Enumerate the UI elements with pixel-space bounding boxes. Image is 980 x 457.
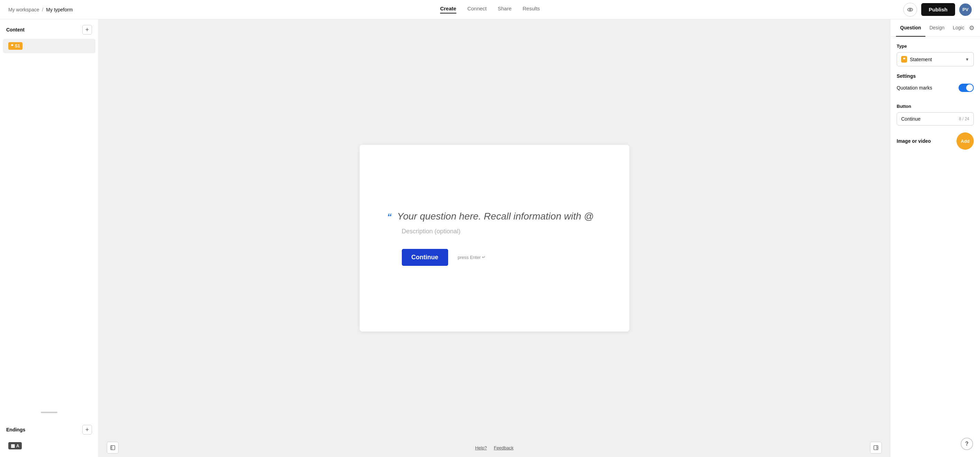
settings-section-title: Settings xyxy=(897,73,974,79)
canvas-area: “ Your question here. Recall information… xyxy=(99,19,890,457)
feedback-link[interactable]: Feedback xyxy=(494,445,514,451)
sidebar-content-list: ❝ S1 xyxy=(0,38,98,410)
press-enter-label: press Enter xyxy=(458,255,480,260)
endings-section-title: Endings xyxy=(6,427,25,432)
expand-panel-button[interactable] xyxy=(870,442,882,454)
tab-design[interactable]: Design xyxy=(925,19,949,36)
breadcrumb-separator: / xyxy=(42,7,43,13)
avatar[interactable]: PV xyxy=(959,3,972,16)
tab-question[interactable]: Question xyxy=(896,19,925,36)
sidebar: Content + ❝ S1 Endings + ▩ A xyxy=(0,19,99,457)
svg-rect-4 xyxy=(874,446,878,450)
list-item[interactable]: ▩ A xyxy=(3,439,95,453)
breadcrumb: My workspace / My typeform xyxy=(8,7,73,13)
settings-section: Settings Quotation marks xyxy=(897,73,974,97)
form-card: “ Your question here. Recall information… xyxy=(360,145,629,332)
image-video-row: Image or video Add xyxy=(897,132,974,150)
svg-point-1 xyxy=(910,9,911,10)
toggle-thumb xyxy=(966,84,973,91)
add-endings-button[interactable]: + xyxy=(82,425,92,435)
type-section: Type ❝ Statement ▼ xyxy=(897,44,974,67)
button-row: Continue press Enter ↵ xyxy=(387,249,485,266)
add-media-button[interactable]: Add xyxy=(956,132,974,150)
list-item[interactable]: ❝ S1 xyxy=(3,39,95,53)
scroll-indicator xyxy=(41,412,57,413)
quotation-marks-label: Quotation marks xyxy=(897,85,932,90)
right-panel-tabs: Question Design Logic ⚙ xyxy=(891,19,980,36)
button-input-text: Continue xyxy=(901,116,921,122)
type-section-label: Type xyxy=(897,44,974,49)
button-section-label: Button xyxy=(897,104,974,109)
statement-type-icon: ❝ xyxy=(901,56,907,63)
nav-results[interactable]: Results xyxy=(522,6,540,13)
svg-rect-2 xyxy=(111,446,115,450)
canvas-bottom-bar: Help? Feedback xyxy=(99,438,890,457)
question-area: “ Your question here. Recall information… xyxy=(387,211,594,222)
type-select-inner: ❝ Statement xyxy=(901,56,932,63)
image-video-label: Image or video xyxy=(897,138,931,144)
right-panel-body: Type ❝ Statement ▼ Settings Quotation ma… xyxy=(891,36,980,157)
help-circle-button[interactable]: ? xyxy=(961,438,973,450)
svg-point-0 xyxy=(907,8,913,11)
form-name: My typeform xyxy=(46,7,73,13)
add-content-button[interactable]: + xyxy=(82,25,92,35)
question-text[interactable]: Your question here. Recall information w… xyxy=(397,211,594,222)
collapse-sidebar-button[interactable] xyxy=(107,442,119,454)
ending-label: A xyxy=(16,444,19,448)
statement-label: S1 xyxy=(15,44,20,48)
type-value: Statement xyxy=(910,57,932,62)
description-text[interactable]: Description (optional) xyxy=(387,228,461,235)
main-layout: Content + ❝ S1 Endings + ▩ A xyxy=(0,19,980,457)
button-input-wrapper[interactable]: Continue 8 / 24 xyxy=(897,112,974,125)
quotation-marks-toggle[interactable] xyxy=(959,84,974,92)
publish-button[interactable]: Publish xyxy=(921,3,955,16)
nav-connect[interactable]: Connect xyxy=(467,6,487,13)
main-nav: Create Connect Share Results xyxy=(440,6,540,13)
bar-chart-icon: ▩ xyxy=(11,443,15,448)
statement-badge: ❝ S1 xyxy=(8,42,22,50)
button-section: Button Continue 8 / 24 xyxy=(897,104,974,125)
nav-share[interactable]: Share xyxy=(498,6,511,13)
bottom-center-links: Help? Feedback xyxy=(475,445,514,451)
settings-gear-icon[interactable]: ⚙ xyxy=(969,20,974,36)
help-link[interactable]: Help? xyxy=(475,445,487,451)
nav-create[interactable]: Create xyxy=(440,6,457,13)
button-char-count: 8 / 24 xyxy=(959,116,969,121)
quotation-mark-icon: “ xyxy=(387,211,392,222)
preview-button[interactable] xyxy=(903,3,917,17)
right-panel: Question Design Logic ⚙ Type ❝ Statement… xyxy=(890,19,980,457)
header: My workspace / My typeform Create Connec… xyxy=(0,0,980,19)
endings-section-header: Endings + xyxy=(0,419,98,438)
enter-icon: ↵ xyxy=(482,255,485,260)
header-actions: Publish PV xyxy=(903,3,972,17)
tab-logic[interactable]: Logic xyxy=(948,19,968,36)
quote-icon: ❝ xyxy=(11,43,13,49)
content-section-header: Content + xyxy=(0,19,98,38)
quotation-marks-row: Quotation marks xyxy=(897,84,974,92)
continue-button[interactable]: Continue xyxy=(402,249,448,266)
ending-badge: ▩ A xyxy=(8,442,22,449)
content-section-title: Content xyxy=(6,27,25,32)
workspace-link[interactable]: My workspace xyxy=(8,7,39,13)
chevron-down-icon: ▼ xyxy=(965,57,969,62)
sidebar-endings: Endings + ▩ A xyxy=(0,416,98,457)
type-select[interactable]: ❝ Statement ▼ xyxy=(897,52,974,67)
